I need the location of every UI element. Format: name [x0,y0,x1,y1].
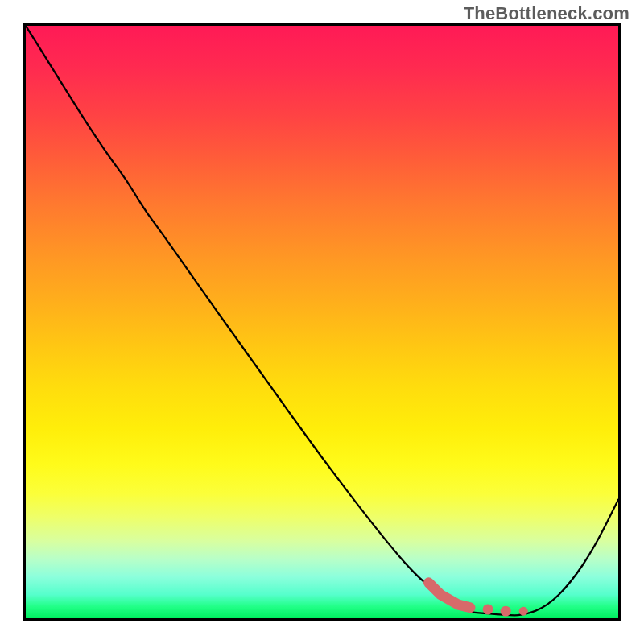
highlight-dot [519,607,528,616]
plot-area [23,23,621,621]
highlight-main-segment [428,583,470,608]
chart-frame: TheBottleneck.com [0,0,644,644]
highlight-overlay [26,26,618,618]
highlight-dot [483,604,493,614]
attribution-label: TheBottleneck.com [464,3,630,24]
highlight-dot [501,606,511,617]
